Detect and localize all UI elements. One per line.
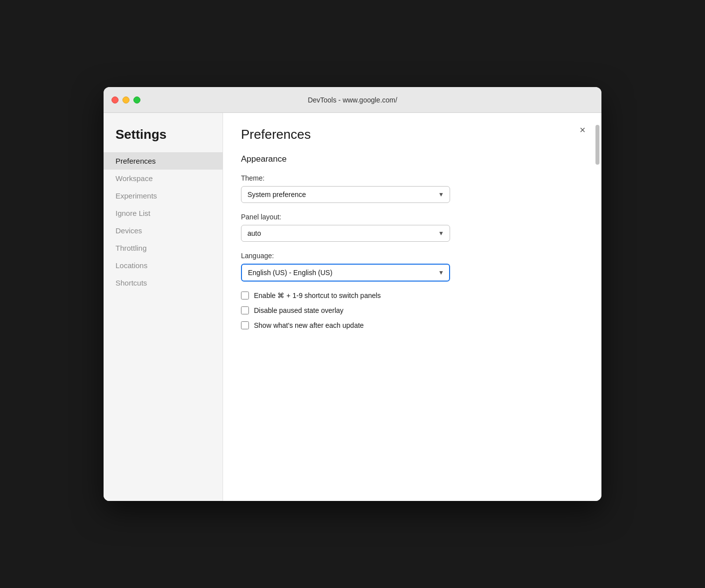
- sidebar: Settings Preferences Workspace Experimen…: [104, 113, 223, 501]
- close-button[interactable]: ×: [576, 123, 589, 137]
- devtools-window: DevTools - www.google.com/ Settings Pref…: [104, 87, 601, 501]
- language-select[interactable]: English (US) - English (US) Deutsch Espa…: [241, 264, 450, 282]
- theme-select[interactable]: System preference Light Dark: [241, 186, 450, 203]
- checkbox-group: Enable ⌘ + 1-9 shortcut to switch panels…: [241, 292, 582, 329]
- maximize-traffic-light[interactable]: [133, 97, 140, 103]
- disable-paused-checkbox[interactable]: [241, 306, 249, 314]
- scrollbar-thumb[interactable]: [595, 125, 599, 165]
- panel-layout-select[interactable]: auto horizontal vertical: [241, 225, 450, 242]
- sidebar-item-experiments[interactable]: Experiments: [104, 187, 223, 204]
- panel-layout-label: Panel layout:: [241, 213, 582, 221]
- appearance-section-title: Appearance: [241, 154, 582, 164]
- window-body: Settings Preferences Workspace Experimen…: [104, 113, 601, 501]
- panel-layout-select-wrapper: auto horizontal vertical ▼: [241, 225, 450, 242]
- minimize-traffic-light[interactable]: [122, 97, 129, 103]
- language-label: Language:: [241, 252, 582, 260]
- cmd-shortcut-label: Enable ⌘ + 1-9 shortcut to switch panels: [254, 292, 381, 299]
- show-whats-new-item[interactable]: Show what's new after each update: [241, 321, 582, 329]
- traffic-lights: [112, 97, 140, 103]
- sidebar-item-preferences[interactable]: Preferences: [104, 152, 223, 170]
- window-title: DevTools - www.google.com/: [308, 96, 397, 104]
- sidebar-item-ignore-list[interactable]: Ignore List: [104, 204, 223, 222]
- show-whats-new-label: Show what's new after each update: [254, 321, 364, 329]
- language-field-group: Language: English (US) - English (US) De…: [241, 252, 582, 282]
- titlebar: DevTools - www.google.com/: [104, 87, 601, 113]
- sidebar-item-workspace[interactable]: Workspace: [104, 170, 223, 187]
- theme-label: Theme:: [241, 174, 582, 182]
- page-title: Preferences: [241, 127, 582, 142]
- show-whats-new-checkbox[interactable]: [241, 321, 249, 329]
- language-select-wrapper: English (US) - English (US) Deutsch Espa…: [241, 264, 450, 282]
- disable-paused-label: Disable paused state overlay: [254, 306, 344, 314]
- close-traffic-light[interactable]: [112, 97, 118, 103]
- theme-select-wrapper: System preference Light Dark ▼: [241, 186, 450, 203]
- sidebar-item-devices[interactable]: Devices: [104, 222, 223, 239]
- sidebar-item-locations[interactable]: Locations: [104, 257, 223, 274]
- panel-layout-field-group: Panel layout: auto horizontal vertical ▼: [241, 213, 582, 242]
- disable-paused-item[interactable]: Disable paused state overlay: [241, 306, 582, 314]
- cmd-shortcut-item[interactable]: Enable ⌘ + 1-9 shortcut to switch panels: [241, 292, 582, 299]
- sidebar-title: Settings: [104, 127, 223, 152]
- sidebar-item-throttling[interactable]: Throttling: [104, 239, 223, 257]
- cmd-shortcut-checkbox[interactable]: [241, 292, 249, 299]
- scrollbar-track: [595, 125, 599, 489]
- sidebar-item-shortcuts[interactable]: Shortcuts: [104, 274, 223, 292]
- content-area: × Preferences Appearance Theme: System p…: [223, 113, 601, 501]
- theme-field-group: Theme: System preference Light Dark ▼: [241, 174, 582, 203]
